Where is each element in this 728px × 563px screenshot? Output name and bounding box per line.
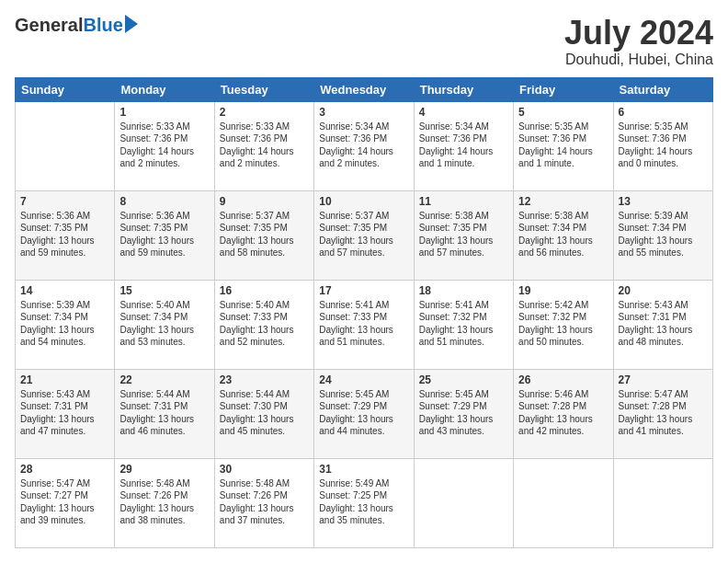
- day-number: 20: [619, 284, 708, 297]
- day-info: Sunrise: 5:37 AM Sunset: 7:35 PM Dayligh…: [220, 210, 309, 259]
- day-number: 17: [319, 284, 408, 297]
- column-header-saturday: Saturday: [613, 77, 712, 101]
- logo-blue-text: Blue: [83, 15, 122, 36]
- day-number: 24: [319, 373, 408, 386]
- day-info: Sunrise: 5:44 AM Sunset: 7:30 PM Dayligh…: [220, 388, 309, 438]
- day-number: 15: [119, 284, 209, 297]
- day-info: Sunrise: 5:35 AM Sunset: 7:36 PM Dayligh…: [619, 121, 708, 170]
- calendar-cell: 22Sunrise: 5:44 AM Sunset: 7:31 PM Dayli…: [115, 369, 214, 458]
- column-header-thursday: Thursday: [414, 77, 513, 101]
- day-number: 23: [220, 373, 309, 386]
- calendar-cell: 16Sunrise: 5:40 AM Sunset: 7:33 PM Dayli…: [214, 280, 313, 369]
- calendar-week-row: 14Sunrise: 5:39 AM Sunset: 7:34 PM Dayli…: [16, 280, 713, 369]
- calendar-cell: 11Sunrise: 5:38 AM Sunset: 7:35 PM Dayli…: [414, 190, 513, 280]
- calendar-cell: 1Sunrise: 5:33 AM Sunset: 7:36 PM Daylig…: [115, 101, 214, 190]
- day-number: 13: [619, 195, 708, 208]
- day-info: Sunrise: 5:42 AM Sunset: 7:32 PM Dayligh…: [518, 299, 608, 349]
- day-number: 16: [220, 284, 309, 297]
- calendar-cell: 7Sunrise: 5:36 AM Sunset: 7:35 PM Daylig…: [16, 190, 115, 280]
- day-number: 12: [518, 195, 608, 208]
- calendar-cell: 23Sunrise: 5:44 AM Sunset: 7:30 PM Dayli…: [214, 369, 313, 458]
- calendar-cell: 4Sunrise: 5:34 AM Sunset: 7:36 PM Daylig…: [414, 101, 513, 190]
- header: General Blue July 2024 Douhudi, Hubei, C…: [15, 15, 713, 68]
- day-number: 3: [319, 106, 408, 119]
- day-info: Sunrise: 5:38 AM Sunset: 7:35 PM Dayligh…: [419, 210, 508, 259]
- day-info: Sunrise: 5:37 AM Sunset: 7:35 PM Dayligh…: [319, 210, 408, 259]
- calendar-cell: 25Sunrise: 5:45 AM Sunset: 7:29 PM Dayli…: [414, 369, 513, 458]
- day-info: Sunrise: 5:48 AM Sunset: 7:26 PM Dayligh…: [119, 477, 209, 527]
- calendar-cell: [613, 458, 712, 547]
- logo-general-text: General: [15, 15, 83, 36]
- page: General Blue July 2024 Douhudi, Hubei, C…: [0, 0, 728, 563]
- day-number: 26: [518, 373, 608, 386]
- calendar-header-row: SundayMondayTuesdayWednesdayThursdayFrid…: [16, 77, 713, 101]
- calendar-cell: 15Sunrise: 5:40 AM Sunset: 7:34 PM Dayli…: [115, 280, 214, 369]
- column-header-wednesday: Wednesday: [314, 77, 414, 101]
- month-title: July 2024: [564, 15, 713, 52]
- day-number: 1: [119, 106, 209, 119]
- calendar-week-row: 21Sunrise: 5:43 AM Sunset: 7:31 PM Dayli…: [16, 369, 713, 458]
- calendar-cell: 20Sunrise: 5:43 AM Sunset: 7:31 PM Dayli…: [613, 280, 712, 369]
- day-info: Sunrise: 5:41 AM Sunset: 7:33 PM Dayligh…: [319, 299, 408, 349]
- calendar-cell: 18Sunrise: 5:41 AM Sunset: 7:32 PM Dayli…: [414, 280, 513, 369]
- logo-arrow-icon: [125, 15, 138, 33]
- day-info: Sunrise: 5:44 AM Sunset: 7:31 PM Dayligh…: [119, 388, 209, 438]
- day-info: Sunrise: 5:39 AM Sunset: 7:34 PM Dayligh…: [20, 299, 109, 349]
- column-header-tuesday: Tuesday: [214, 77, 313, 101]
- day-info: Sunrise: 5:47 AM Sunset: 7:28 PM Dayligh…: [619, 388, 708, 438]
- calendar-week-row: 7Sunrise: 5:36 AM Sunset: 7:35 PM Daylig…: [16, 190, 713, 280]
- calendar-cell: 26Sunrise: 5:46 AM Sunset: 7:28 PM Dayli…: [514, 369, 613, 458]
- day-info: Sunrise: 5:47 AM Sunset: 7:27 PM Dayligh…: [20, 477, 109, 527]
- day-info: Sunrise: 5:34 AM Sunset: 7:36 PM Dayligh…: [319, 121, 408, 170]
- calendar-cell: 8Sunrise: 5:36 AM Sunset: 7:35 PM Daylig…: [115, 190, 214, 280]
- day-info: Sunrise: 5:35 AM Sunset: 7:36 PM Dayligh…: [518, 121, 608, 170]
- calendar-cell: 2Sunrise: 5:33 AM Sunset: 7:36 PM Daylig…: [214, 101, 313, 190]
- day-info: Sunrise: 5:41 AM Sunset: 7:32 PM Dayligh…: [419, 299, 508, 349]
- day-number: 5: [518, 106, 608, 119]
- logo: General Blue: [15, 15, 138, 36]
- calendar-cell: 9Sunrise: 5:37 AM Sunset: 7:35 PM Daylig…: [214, 190, 313, 280]
- calendar-week-row: 28Sunrise: 5:47 AM Sunset: 7:27 PM Dayli…: [16, 458, 713, 547]
- calendar-cell: 13Sunrise: 5:39 AM Sunset: 7:34 PM Dayli…: [613, 190, 712, 280]
- calendar-cell: 14Sunrise: 5:39 AM Sunset: 7:34 PM Dayli…: [16, 280, 115, 369]
- day-info: Sunrise: 5:43 AM Sunset: 7:31 PM Dayligh…: [619, 299, 708, 349]
- day-info: Sunrise: 5:48 AM Sunset: 7:26 PM Dayligh…: [220, 477, 309, 527]
- day-info: Sunrise: 5:33 AM Sunset: 7:36 PM Dayligh…: [119, 121, 209, 170]
- column-header-friday: Friday: [514, 77, 613, 101]
- calendar-cell: 29Sunrise: 5:48 AM Sunset: 7:26 PM Dayli…: [115, 458, 214, 547]
- calendar-cell: 19Sunrise: 5:42 AM Sunset: 7:32 PM Dayli…: [514, 280, 613, 369]
- day-number: 4: [419, 106, 508, 119]
- day-number: 14: [20, 284, 109, 297]
- calendar-cell: [414, 458, 513, 547]
- day-info: Sunrise: 5:46 AM Sunset: 7:28 PM Dayligh…: [518, 388, 608, 438]
- calendar-cell: 10Sunrise: 5:37 AM Sunset: 7:35 PM Dayli…: [314, 190, 414, 280]
- day-info: Sunrise: 5:36 AM Sunset: 7:35 PM Dayligh…: [119, 210, 209, 259]
- day-info: Sunrise: 5:40 AM Sunset: 7:34 PM Dayligh…: [119, 299, 209, 349]
- day-number: 6: [619, 106, 708, 119]
- day-info: Sunrise: 5:45 AM Sunset: 7:29 PM Dayligh…: [419, 388, 508, 438]
- calendar-cell: 28Sunrise: 5:47 AM Sunset: 7:27 PM Dayli…: [16, 458, 115, 547]
- day-number: 8: [119, 195, 209, 208]
- day-number: 31: [319, 463, 408, 476]
- calendar-cell: [16, 101, 115, 190]
- day-number: 2: [220, 106, 309, 119]
- day-number: 25: [419, 373, 508, 386]
- day-info: Sunrise: 5:38 AM Sunset: 7:34 PM Dayligh…: [518, 210, 608, 259]
- day-info: Sunrise: 5:33 AM Sunset: 7:36 PM Dayligh…: [220, 121, 309, 170]
- day-number: 30: [220, 463, 309, 476]
- calendar-cell: 27Sunrise: 5:47 AM Sunset: 7:28 PM Dayli…: [613, 369, 712, 458]
- day-number: 19: [518, 284, 608, 297]
- column-header-sunday: Sunday: [16, 77, 115, 101]
- title-section: July 2024 Douhudi, Hubei, China: [564, 15, 713, 68]
- calendar-cell: 31Sunrise: 5:49 AM Sunset: 7:25 PM Dayli…: [314, 458, 414, 547]
- day-info: Sunrise: 5:45 AM Sunset: 7:29 PM Dayligh…: [319, 388, 408, 438]
- calendar-table: SundayMondayTuesdayWednesdayThursdayFrid…: [15, 77, 713, 548]
- day-info: Sunrise: 5:36 AM Sunset: 7:35 PM Dayligh…: [20, 210, 109, 259]
- calendar-cell: 24Sunrise: 5:45 AM Sunset: 7:29 PM Dayli…: [314, 369, 414, 458]
- calendar-cell: 3Sunrise: 5:34 AM Sunset: 7:36 PM Daylig…: [314, 101, 414, 190]
- calendar-week-row: 1Sunrise: 5:33 AM Sunset: 7:36 PM Daylig…: [16, 101, 713, 190]
- location: Douhudi, Hubei, China: [564, 52, 713, 68]
- day-info: Sunrise: 5:43 AM Sunset: 7:31 PM Dayligh…: [20, 388, 109, 438]
- calendar-cell: 5Sunrise: 5:35 AM Sunset: 7:36 PM Daylig…: [514, 101, 613, 190]
- day-number: 7: [20, 195, 109, 208]
